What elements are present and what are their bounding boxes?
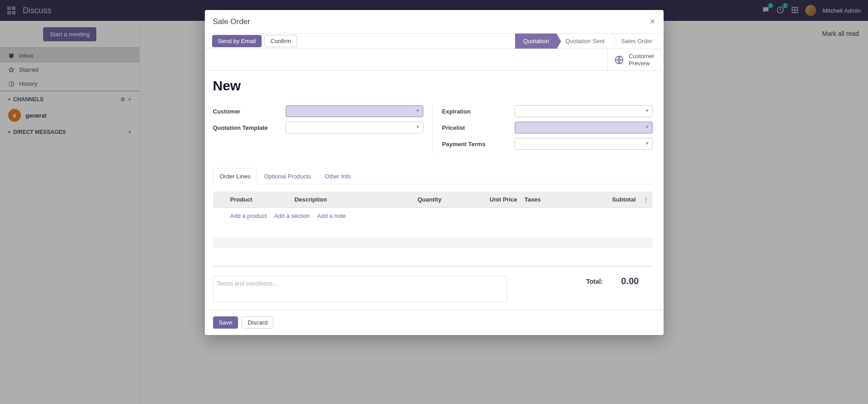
add-section-link[interactable]: Add a section (274, 212, 310, 219)
empty-summary-bar (213, 237, 653, 247)
table-row: Add a product Add a section Add a note (213, 208, 653, 224)
customer-select[interactable] (286, 105, 424, 117)
order-lines-table: Product Description Quantity Unit Price … (213, 192, 653, 224)
customer-preview-line1: Customer (629, 53, 654, 60)
tab-optional-products[interactable]: Optional Products (257, 168, 317, 184)
label-expiration: Expiration (442, 108, 515, 115)
confirm-button[interactable]: Confirm (264, 35, 297, 47)
total-label: Total: (586, 278, 603, 285)
modal-overlay: Sale Order × Send by Email Confirm Quota… (0, 0, 868, 404)
divider (213, 266, 653, 267)
label-quotation-template: Quotation Template (213, 124, 286, 131)
label-pricelist: Pricelist (442, 124, 515, 131)
stage-quotation[interactable]: Quotation (515, 34, 557, 49)
col-subtotal: Subtotal (572, 192, 640, 208)
modal-header: Sale Order × (205, 10, 664, 34)
terms-placeholder: Terms and conditions... (217, 280, 278, 287)
modal-body: Send by Email Confirm Quotation Quotatio… (205, 34, 664, 310)
col-quantity: Quantity (377, 192, 445, 208)
label-payment-terms: Payment Terms (442, 141, 515, 148)
col-taxes: Taxes (521, 192, 572, 208)
terms-input[interactable]: Terms and conditions... (213, 276, 507, 302)
add-note-link[interactable]: Add a note (317, 212, 346, 219)
tab-order-lines[interactable]: Order Lines (213, 168, 258, 184)
form-tabs: Order Lines Optional Products Other Info (213, 168, 653, 184)
discard-button[interactable]: Discard (242, 316, 273, 329)
statusbar: Send by Email Confirm Quotation Quotatio… (205, 34, 661, 49)
close-icon[interactable]: × (650, 16, 655, 27)
total-value: 0.00 (621, 276, 639, 286)
modal-footer: Save Discard (205, 310, 664, 335)
add-product-link[interactable]: Add a product (230, 212, 267, 219)
col-unit-price: Unit Price (445, 192, 521, 208)
send-by-email-button[interactable]: Send by Email (212, 35, 262, 47)
payment-terms-select[interactable] (515, 138, 653, 150)
stage-quotation-sent[interactable]: Quotation Sent (557, 34, 613, 49)
label-customer: Customer (213, 108, 286, 115)
save-button[interactable]: Save (213, 316, 238, 329)
modal-title: Sale Order (213, 17, 250, 26)
col-description: Description (291, 192, 377, 208)
tab-other-info[interactable]: Other Info (318, 168, 358, 184)
customer-preview-line2: Preview (629, 60, 654, 67)
expiration-input[interactable] (515, 105, 653, 117)
sale-order-modal: Sale Order × Send by Email Confirm Quota… (205, 10, 664, 335)
col-product: Product (227, 192, 291, 208)
column-menu-icon[interactable]: ⋮ (640, 192, 653, 208)
stage-sales-order[interactable]: Sales Order (613, 34, 660, 49)
quotation-template-select[interactable] (286, 122, 424, 133)
pricelist-select[interactable] (515, 122, 653, 133)
status-stages: Quotation Quotation Sent Sales Order (515, 34, 660, 49)
customer-preview-button[interactable]: Customer Preview (607, 49, 660, 70)
preview-row: Customer Preview (205, 49, 661, 71)
form-title: New (213, 78, 653, 94)
globe-icon (614, 55, 624, 65)
